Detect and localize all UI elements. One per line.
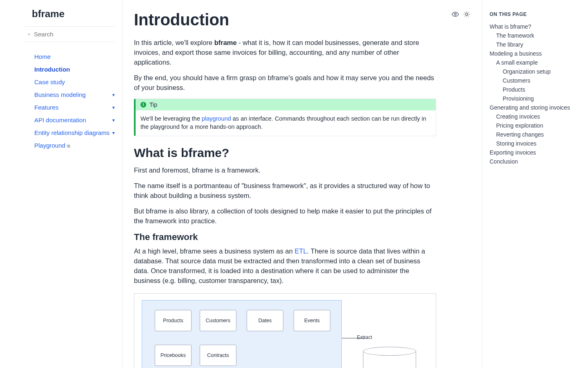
diagram-arrow-label: Extract bbox=[357, 334, 372, 340]
info-icon: i bbox=[140, 102, 146, 108]
sidebar-item-introduction[interactable]: Introduction bbox=[32, 63, 117, 76]
tip-callout: i Tip We'll be leveraging the playground… bbox=[134, 99, 436, 137]
svg-line-1 bbox=[30, 35, 30, 35]
sidebar-item-features[interactable]: Features▾ bbox=[32, 101, 117, 114]
toc-list: What is bframe?The frameworkThe libraryM… bbox=[490, 22, 581, 166]
sidebar-item-playground[interactable]: Playground⧉ bbox=[32, 139, 117, 152]
toc-item[interactable]: Exporting invoices bbox=[490, 148, 581, 157]
subsection-framework: The framework bbox=[134, 232, 470, 242]
sidebar-item-home[interactable]: Home bbox=[32, 50, 117, 63]
diagram-box-pricebooks: Pricebooks bbox=[155, 345, 192, 366]
toc-item[interactable]: Storing invoices bbox=[490, 139, 581, 148]
etl-diagram: Products Customers Dates Events Priceboo… bbox=[134, 293, 436, 368]
chevron-down-icon: ▾ bbox=[112, 130, 115, 136]
para-framework-2: The name itself is a portmanteau of "bus… bbox=[134, 181, 436, 201]
toc-item[interactable]: The framework bbox=[490, 31, 581, 40]
toc-item[interactable]: Generating and storing invoices bbox=[490, 103, 581, 112]
search-input[interactable] bbox=[34, 31, 111, 38]
toc-item[interactable]: Provisioning bbox=[490, 94, 581, 103]
para-framework-3: But bframe is also library, a collection… bbox=[134, 206, 436, 226]
svg-point-3 bbox=[466, 13, 468, 16]
svg-point-0 bbox=[28, 33, 30, 35]
toc-item[interactable]: Products bbox=[490, 85, 581, 94]
diagram-box-dates: Dates bbox=[247, 310, 283, 331]
diagram-box-customers: Customers bbox=[200, 310, 236, 331]
search-icon bbox=[28, 31, 31, 37]
para-etl: At a high level, bframe sees a business … bbox=[134, 247, 436, 286]
toc-item[interactable]: A small example bbox=[490, 58, 581, 67]
nav-list: HomeIntroductionCase studyBusiness model… bbox=[0, 50, 122, 152]
intro-para-1: In this article, we'll explore bframe - … bbox=[134, 38, 436, 67]
section-what-is: What is bframe? bbox=[134, 146, 470, 160]
sidebar-item-case-study[interactable]: Case study bbox=[32, 76, 117, 88]
theme-toggle-icon[interactable] bbox=[463, 11, 470, 18]
chevron-down-icon: ▾ bbox=[112, 92, 115, 98]
external-link-icon: ⧉ bbox=[67, 144, 70, 148]
diagram-box-products: Products bbox=[155, 310, 192, 331]
toc-item[interactable]: Reverting changes bbox=[490, 130, 581, 139]
sidebar-item-api-documentation[interactable]: API documentation▾ bbox=[32, 114, 117, 126]
search-box[interactable] bbox=[24, 26, 115, 42]
intro-para-2: By the end, you should have a firm grasp… bbox=[134, 73, 436, 93]
toolbar bbox=[452, 11, 470, 18]
toc-item[interactable]: Organization setup bbox=[490, 67, 581, 76]
toc-title: ON THIS PAGE bbox=[490, 11, 581, 17]
toc-item[interactable]: Modeling a business bbox=[490, 49, 581, 58]
svg-point-2 bbox=[454, 13, 457, 16]
sidebar-item-entity-relationship-diagrams[interactable]: Entity relationship diagrams▾ bbox=[32, 126, 117, 139]
chevron-down-icon: ▾ bbox=[112, 105, 115, 110]
diagram-box-contracts: Contracts bbox=[200, 345, 236, 366]
tip-label: Tip bbox=[149, 101, 157, 108]
etl-link[interactable]: ETL bbox=[294, 247, 307, 255]
sidebar: bframe HomeIntroductionCase studyBusines… bbox=[0, 0, 122, 368]
toc-item[interactable]: Creating invoices bbox=[490, 112, 581, 121]
toc-item[interactable]: Pricing exploration bbox=[490, 121, 581, 130]
main-content: Introduction In this article, we'll expl… bbox=[122, 0, 482, 368]
para-framework-1: First and foremost, bframe is a framewor… bbox=[134, 166, 436, 175]
visibility-icon[interactable] bbox=[452, 11, 459, 18]
toc-item[interactable]: Conclusion bbox=[490, 157, 581, 166]
chevron-down-icon: ▾ bbox=[112, 117, 115, 123]
page-title: Introduction bbox=[134, 11, 470, 29]
toc-item[interactable]: Customers bbox=[490, 76, 581, 85]
on-this-page: ON THIS PAGE What is bframe?The framewor… bbox=[482, 0, 588, 368]
brand-title[interactable]: bframe bbox=[0, 8, 122, 26]
toc-item[interactable]: What is bframe? bbox=[490, 22, 581, 31]
toc-item[interactable]: The library bbox=[490, 40, 581, 49]
diagram-box-events: Events bbox=[294, 310, 330, 331]
sidebar-item-business-modeling[interactable]: Business modeling▾ bbox=[32, 88, 117, 101]
playground-link[interactable]: playground bbox=[202, 115, 231, 122]
